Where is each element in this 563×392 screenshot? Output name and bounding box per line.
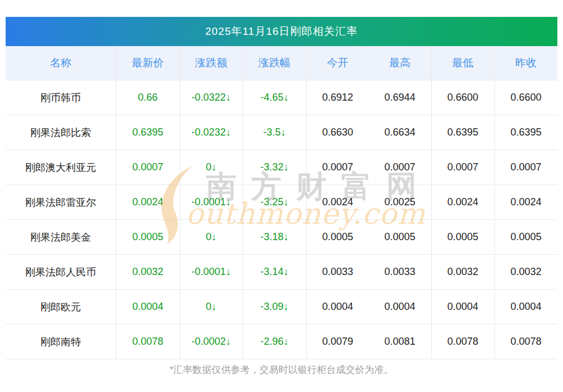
cell-open: 0.0005 <box>306 220 369 255</box>
table-row: 刚果法郎人民币0.0032-0.0001↓-3.14↓0.00330.00330… <box>6 255 557 290</box>
cell-change-amount: 0↓ <box>180 150 243 185</box>
exchange-rate-page: 2025年11月16日刚郎相关汇率 名称最新价涨跌额涨跌幅今开最高最低昨收 刚币… <box>0 0 563 392</box>
cell-prev-close: 0.6600 <box>494 80 557 115</box>
page-title: 2025年11月16日刚郎相关汇率 <box>205 25 358 37</box>
cell-latest-price: 0.0024 <box>116 185 180 220</box>
cell-prev-close: 0.0005 <box>494 220 557 255</box>
cell-latest-price: 0.6395 <box>116 115 180 150</box>
cell-change-percent: -2.96↓ <box>243 325 306 359</box>
cell-name: 刚果法郎人民币 <box>6 255 116 290</box>
table-row: 刚果法郎比索0.6395-0.0232↓-3.5↓0.66300.66340.6… <box>6 115 557 150</box>
cell-open: 0.0007 <box>306 150 369 185</box>
cell-latest-price: 0.0032 <box>116 255 180 290</box>
cell-change-amount: -0.0001↓ <box>180 255 243 290</box>
cell-open: 0.0033 <box>306 255 369 290</box>
col-header-change-amount: 涨跌额 <box>180 46 243 80</box>
cell-low: 0.0032 <box>431 255 494 290</box>
table-row: 刚果法郎美金0.00050↓-3.18↓0.00050.00050.00050.… <box>6 220 557 255</box>
cell-change-percent: -3.25↓ <box>243 185 306 220</box>
cell-open: 0.6630 <box>306 115 369 150</box>
col-header-prev-close: 昨收 <box>494 46 557 80</box>
cell-latest-price: 0.66 <box>116 80 180 115</box>
cell-name: 刚果法郎雷亚尔 <box>6 185 116 220</box>
cell-prev-close: 0.0078 <box>494 325 557 359</box>
cell-open: 0.6912 <box>306 80 369 115</box>
cell-prev-close: 0.0032 <box>494 255 557 290</box>
col-header-name: 名称 <box>6 46 116 80</box>
cell-prev-close: 0.0004 <box>494 290 557 325</box>
cell-high: 0.0004 <box>369 290 431 325</box>
col-header-change-percent: 涨跌幅 <box>243 46 306 80</box>
cell-change-amount: -0.0322↓ <box>180 80 243 115</box>
cell-low: 0.6600 <box>431 80 494 115</box>
col-header-latest-price: 最新价 <box>116 46 180 80</box>
cell-change-amount: -0.0232↓ <box>180 115 243 150</box>
cell-low: 0.6395 <box>431 115 494 150</box>
footer-disclaimer: *汇率数据仅供参考，交易时以银行柜台成交价为准。 <box>0 363 563 376</box>
cell-change-amount: 0↓ <box>180 220 243 255</box>
cell-high: 0.0007 <box>369 150 431 185</box>
table-row: 刚郎澳大利亚元0.00070↓-3.32↓0.00070.00070.00070… <box>6 150 557 185</box>
cell-name: 刚币韩币 <box>6 80 116 115</box>
cell-high: 0.0033 <box>369 255 431 290</box>
col-header-open: 今开 <box>306 46 369 80</box>
cell-latest-price: 0.0004 <box>116 290 180 325</box>
cell-change-percent: -3.14↓ <box>243 255 306 290</box>
cell-change-percent: -3.18↓ <box>243 220 306 255</box>
cell-high: 0.0005 <box>369 220 431 255</box>
cell-high: 0.6634 <box>369 115 431 150</box>
table-row: 刚郎南特0.0078-0.0002↓-2.96↓0.00790.00810.00… <box>6 325 557 359</box>
table-row: 刚果法郎雷亚尔0.0024-0.0001↓-3.25↓0.00240.00250… <box>6 185 557 220</box>
cell-name: 刚果法郎比索 <box>6 115 116 150</box>
cell-name: 刚郎澳大利亚元 <box>6 150 116 185</box>
cell-latest-price: 0.0005 <box>116 220 180 255</box>
table-row: 刚币韩币0.66-0.0322↓-4.65↓0.69120.69440.6600… <box>6 80 557 115</box>
exchange-rate-table: 名称最新价涨跌额涨跌幅今开最高最低昨收 刚币韩币0.66-0.0322↓-4.6… <box>6 46 557 359</box>
cell-prev-close: 0.0024 <box>494 185 557 220</box>
cell-latest-price: 0.0007 <box>116 150 180 185</box>
cell-prev-close: 0.0007 <box>494 150 557 185</box>
cell-name: 刚郎欧元 <box>6 290 116 325</box>
col-header-high: 最高 <box>369 46 431 80</box>
title-banner: 2025年11月16日刚郎相关汇率 <box>6 17 557 46</box>
cell-low: 0.0024 <box>431 185 494 220</box>
table-body: 刚币韩币0.66-0.0322↓-4.65↓0.69120.69440.6600… <box>6 80 557 359</box>
cell-low: 0.0004 <box>431 290 494 325</box>
cell-change-amount: 0↓ <box>180 290 243 325</box>
cell-low: 0.0078 <box>431 325 494 359</box>
cell-low: 0.0005 <box>431 220 494 255</box>
cell-high: 0.0081 <box>369 325 431 359</box>
cell-high: 0.0025 <box>369 185 431 220</box>
cell-latest-price: 0.0078 <box>116 325 180 359</box>
cell-prev-close: 0.6395 <box>494 115 557 150</box>
cell-open: 0.0004 <box>306 290 369 325</box>
col-header-low: 最低 <box>431 46 494 80</box>
cell-change-amount: -0.0002↓ <box>180 325 243 359</box>
cell-open: 0.0079 <box>306 325 369 359</box>
cell-name: 刚果法郎美金 <box>6 220 116 255</box>
cell-open: 0.0024 <box>306 185 369 220</box>
cell-change-amount: -0.0001↓ <box>180 185 243 220</box>
cell-change-percent: -3.09↓ <box>243 290 306 325</box>
header-row: 名称最新价涨跌额涨跌幅今开最高最低昨收 <box>6 46 557 80</box>
table-row: 刚郎欧元0.00040↓-3.09↓0.00040.00040.00040.00… <box>6 290 557 325</box>
cell-low: 0.0007 <box>431 150 494 185</box>
cell-change-percent: -3.32↓ <box>243 150 306 185</box>
rates-table-container: 名称最新价涨跌额涨跌幅今开最高最低昨收 刚币韩币0.66-0.0322↓-4.6… <box>6 46 557 359</box>
cell-change-percent: -4.65↓ <box>243 80 306 115</box>
cell-name: 刚郎南特 <box>6 325 116 359</box>
cell-change-percent: -3.5↓ <box>243 115 306 150</box>
cell-high: 0.6944 <box>369 80 431 115</box>
